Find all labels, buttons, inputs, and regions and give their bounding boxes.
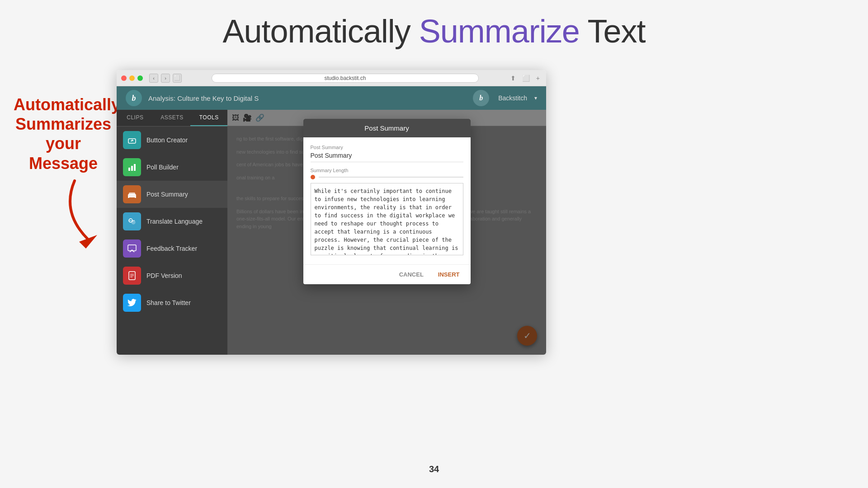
svg-marker-0 [79,235,97,249]
tab-assets[interactable]: ASSETS [154,110,191,126]
modal-footer: CANCEL INSERT [303,264,471,284]
modal-body: Post Summary Post Summary Summary Length [303,137,471,264]
page-number: 34 [429,464,439,474]
sidebar-items: Button Creator Poll Builder [117,127,227,355]
user-avatar: b [473,90,489,106]
sidebar: CLIPS ASSETS TOOLS Butt [117,110,227,355]
browser-chrome: ‹ › ⬜ studio.backstit.ch ⬆ ⬜ + [117,70,546,86]
modal-header: Post Summary [303,119,471,137]
svg-rect-6 [129,192,135,195]
translate-icon [123,212,141,230]
modal-overlay: Post Summary Post Summary Post Summary S… [227,110,546,355]
insert-button[interactable]: INSERT [434,269,463,280]
browser-new-tab-icon[interactable]: ⬜ [520,75,532,82]
poll-builder-icon [123,158,141,176]
field-value: Post Summary [311,152,463,162]
pdf-version-icon [123,267,141,285]
button-creator-icon [123,131,141,149]
nav-back-button[interactable]: ‹ [149,74,158,83]
app-title: Analysis: Culture the Key to Digital S [148,94,467,102]
sidebar-item-pdf-version[interactable]: PDF Version [117,262,227,289]
browser-window: ‹ › ⬜ studio.backstit.ch ⬆ ⬜ + b Analysi… [117,70,546,355]
nav-tab-button[interactable]: ⬜ [173,74,182,83]
sidebar-item-share-twitter[interactable]: Share to Twitter [117,289,227,316]
nav-forward-button[interactable]: › [161,74,170,83]
slider-row [311,175,463,179]
browser-url-bar[interactable]: studio.backstit.ch [212,74,479,83]
sidebar-tabs: CLIPS ASSETS TOOLS [117,110,227,127]
app-header: b Analysis: Culture the Key to Digital S… [117,86,546,110]
sidebar-item-poll-builder[interactable]: Poll Builder [117,154,227,181]
browser-newtab-plus[interactable]: + [534,75,542,82]
tab-clips[interactable]: CLIPS [117,110,154,126]
app-body: CLIPS ASSETS TOOLS Butt [117,110,546,355]
cancel-button[interactable]: CANCEL [396,269,427,280]
browser-btn-close[interactable] [121,75,127,81]
user-chevron-icon: ▾ [534,95,537,101]
feedback-tracker-icon [123,239,141,258]
svg-rect-3 [131,166,133,171]
svg-rect-4 [134,164,136,171]
user-name: Backstitch [498,94,527,102]
summary-textarea[interactable] [311,183,463,255]
post-summary-modal: Post Summary Post Summary Post Summary S… [303,119,471,284]
app-logo: b [126,90,142,106]
twitter-icon [123,294,141,312]
summary-length-label: Summary Length [311,168,463,173]
main-content: 🖼 🎥 🔗 ng to bet the first software, digi… [227,110,546,355]
svg-rect-2 [128,168,130,171]
sidebar-item-button-creator[interactable]: Button Creator [117,127,227,154]
post-summary-icon [123,185,141,203]
field-label: Post Summary [311,145,463,150]
sidebar-item-translate[interactable]: Translate Language [117,208,227,235]
sidebar-item-post-summary[interactable]: Post Summary [117,181,227,208]
slider-dot [311,175,315,179]
browser-share-icon[interactable]: ⬆ [509,75,518,82]
browser-btn-min[interactable] [129,75,135,81]
tab-tools[interactable]: TOOLS [190,110,227,126]
sidebar-item-feedback-tracker[interactable]: Feedback Tracker [117,235,227,262]
slide-title: Automatically Summarize Text [0,0,868,50]
left-annotation: Automatically Summarizes your Message [14,95,113,173]
browser-btn-max[interactable] [137,75,143,81]
svg-rect-8 [135,197,136,198]
svg-rect-7 [128,197,129,198]
slider-track[interactable] [319,177,463,178]
